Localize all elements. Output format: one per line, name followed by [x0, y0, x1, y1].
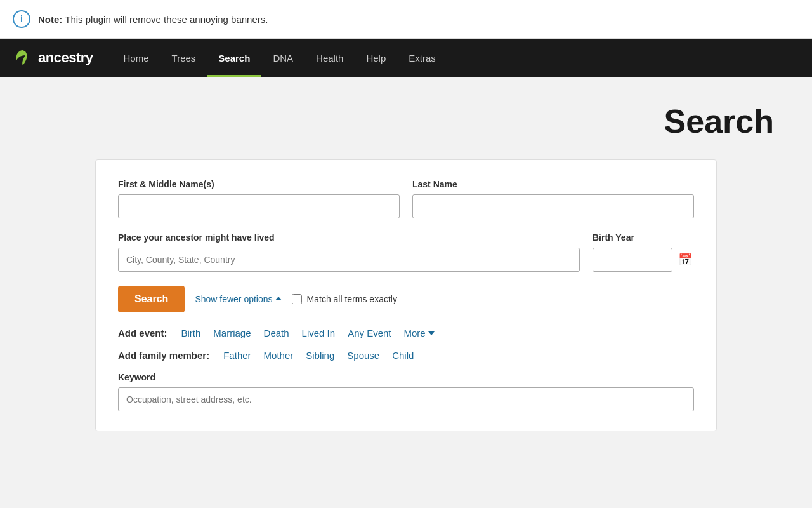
family-spouse-link[interactable]: Spouse [341, 350, 386, 361]
banner-text: Note: This plugin will remove these anno… [38, 14, 268, 25]
keyword-label: Keyword [118, 372, 694, 382]
event-more-link[interactable]: More [398, 328, 441, 338]
family-sibling-link[interactable]: Sibling [299, 350, 341, 361]
page-content: Search First & Middle Name(s) Last Name … [0, 77, 812, 457]
place-year-row: Place your ancestor might have lived Bir… [118, 232, 694, 272]
nav-home[interactable]: Home [112, 39, 160, 77]
nav-health[interactable]: Health [304, 39, 355, 77]
keyword-group: Keyword [118, 372, 694, 411]
show-fewer-link[interactable]: Show fewer options [195, 294, 281, 304]
birth-year-group: Birth Year 📅 [593, 232, 694, 272]
event-livedin-link[interactable]: Lived In [296, 328, 342, 338]
name-row: First & Middle Name(s) Last Name [118, 179, 694, 218]
page-title: Search [13, 102, 799, 140]
chevron-up-icon [275, 297, 282, 300]
event-death-link[interactable]: Death [258, 328, 296, 338]
add-family-row: Add family member: Father Mother Sibling… [118, 350, 694, 361]
family-father-link[interactable]: Father [217, 350, 257, 361]
search-card: First & Middle Name(s) Last Name Place y… [95, 159, 717, 431]
event-marriage-link[interactable]: Marriage [207, 328, 257, 338]
birth-year-wrapper: 📅 [593, 248, 694, 272]
match-exactly-label[interactable]: Match all terms exactly [292, 294, 397, 304]
nav-dna[interactable]: DNA [261, 39, 304, 77]
add-family-label: Add family member: [118, 350, 209, 361]
first-name-group: First & Middle Name(s) [118, 179, 400, 218]
main-nav: ancestry Home Trees Search DNA Health He… [0, 39, 812, 77]
first-name-label: First & Middle Name(s) [118, 179, 400, 189]
logo[interactable]: ancestry [13, 48, 93, 68]
place-group: Place your ancestor might have lived [118, 232, 580, 272]
last-name-group: Last Name [412, 179, 694, 218]
family-child-link[interactable]: Child [386, 350, 420, 361]
nav-help[interactable]: Help [355, 39, 397, 77]
nav-search[interactable]: Search [207, 39, 261, 77]
add-event-label: Add event: [118, 328, 167, 338]
nav-trees[interactable]: Trees [160, 39, 207, 77]
match-exactly-checkbox[interactable] [292, 294, 302, 304]
birth-year-input[interactable] [593, 248, 672, 272]
nav-extras[interactable]: Extras [397, 39, 447, 77]
first-name-input[interactable] [118, 194, 400, 218]
logo-text: ancestry [38, 50, 93, 66]
search-action-row: Search Show fewer options Match all term… [118, 286, 694, 312]
birth-year-label: Birth Year [593, 232, 694, 243]
place-input[interactable] [118, 248, 580, 272]
add-event-row: Add event: Birth Marriage Death Lived In… [118, 328, 694, 338]
last-name-label: Last Name [412, 179, 694, 189]
place-label: Place your ancestor might have lived [118, 232, 580, 243]
nav-links: Home Trees Search DNA Health Help Extras [112, 39, 447, 77]
banner: i Note: This plugin will remove these an… [0, 0, 812, 39]
keyword-input[interactable] [118, 387, 694, 411]
calendar-icon[interactable]: 📅 [676, 251, 694, 269]
event-birth-link[interactable]: Birth [175, 328, 207, 338]
chevron-down-icon [428, 331, 435, 335]
search-button[interactable]: Search [118, 286, 185, 312]
last-name-input[interactable] [412, 194, 694, 218]
event-anyevent-link[interactable]: Any Event [341, 328, 397, 338]
logo-leaf-icon [13, 48, 33, 68]
family-mother-link[interactable]: Mother [258, 350, 300, 361]
info-icon: i [13, 10, 30, 28]
